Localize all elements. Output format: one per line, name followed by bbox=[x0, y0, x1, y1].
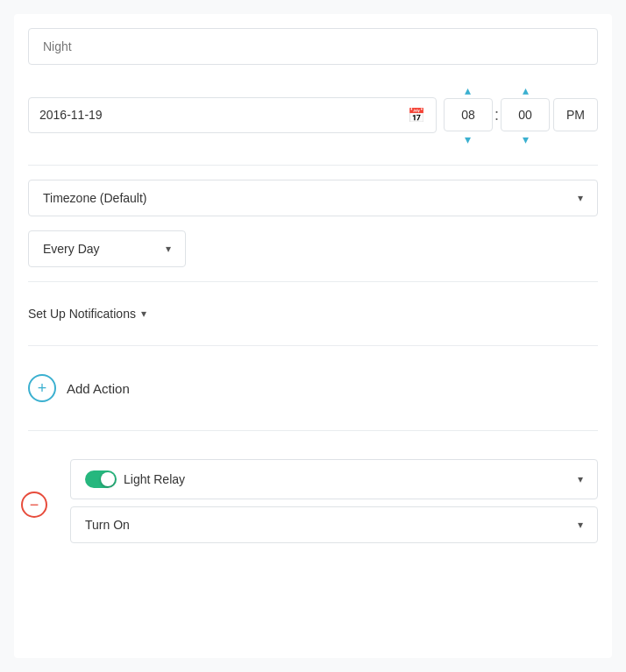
timezone-label: Timezone (Default) bbox=[43, 191, 147, 205]
timezone-chevron-icon: ▾ bbox=[578, 192, 583, 204]
hour-input[interactable] bbox=[444, 98, 493, 131]
remove-action-button[interactable]: − bbox=[21, 492, 47, 518]
action-item: − Light Relay ▾ Turn On ▾ bbox=[28, 445, 598, 564]
add-action-label: Add Action bbox=[67, 381, 130, 396]
device-dropdown[interactable]: Light Relay ▾ bbox=[70, 459, 598, 499]
ampm-button[interactable]: PM bbox=[553, 98, 598, 131]
command-dropdown[interactable]: Turn On ▾ bbox=[70, 506, 598, 543]
hour-down-button[interactable]: ▾ bbox=[458, 131, 478, 147]
main-container: 2016-11-19 📅 ▴ ▾ : ▴ ▾ PM Timezone (Defa… bbox=[14, 14, 612, 658]
command-label: Turn On bbox=[85, 518, 130, 532]
device-chevron-icon: ▾ bbox=[578, 473, 583, 485]
recurrence-label: Every Day bbox=[43, 242, 100, 256]
hour-up-button[interactable]: ▴ bbox=[458, 82, 478, 98]
minute-up-button[interactable]: ▴ bbox=[516, 82, 536, 98]
command-chevron-icon: ▾ bbox=[578, 519, 583, 531]
device-toggle-container: Light Relay bbox=[85, 470, 185, 488]
date-input-wrapper[interactable]: 2016-11-19 📅 bbox=[28, 97, 437, 133]
divider-4 bbox=[28, 430, 598, 431]
recurrence-dropdown[interactable]: Every Day ▾ bbox=[28, 230, 186, 267]
device-toggle[interactable] bbox=[85, 470, 117, 488]
notifications-label: Set Up Notifications bbox=[28, 307, 136, 321]
timezone-dropdown[interactable]: Timezone (Default) ▾ bbox=[28, 180, 598, 216]
action-dropdowns: Light Relay ▾ Turn On ▾ bbox=[70, 459, 598, 543]
notifications-row[interactable]: Set Up Notifications ▾ bbox=[28, 296, 598, 331]
date-value: 2016-11-19 bbox=[39, 108, 408, 122]
name-input[interactable] bbox=[28, 28, 598, 65]
minute-down-button[interactable]: ▾ bbox=[516, 131, 536, 147]
notifications-chevron-icon: ▾ bbox=[141, 308, 146, 320]
minute-spinner: ▴ ▾ bbox=[501, 82, 550, 147]
time-colon: : bbox=[493, 106, 501, 124]
device-label: Light Relay bbox=[124, 472, 185, 486]
minute-input[interactable] bbox=[501, 98, 550, 131]
add-action-row[interactable]: + Add Action bbox=[28, 360, 598, 416]
recurrence-chevron-icon: ▾ bbox=[166, 243, 171, 255]
hour-spinner: ▴ ▾ bbox=[444, 82, 493, 147]
datetime-section: 2016-11-19 📅 ▴ ▾ : ▴ ▾ PM bbox=[28, 82, 598, 147]
calendar-icon[interactable]: 📅 bbox=[408, 107, 425, 124]
divider-1 bbox=[28, 165, 598, 166]
divider-3 bbox=[28, 345, 598, 346]
add-action-plus-icon: + bbox=[28, 374, 56, 402]
toggle-thumb bbox=[101, 472, 115, 486]
divider-2 bbox=[28, 281, 598, 282]
